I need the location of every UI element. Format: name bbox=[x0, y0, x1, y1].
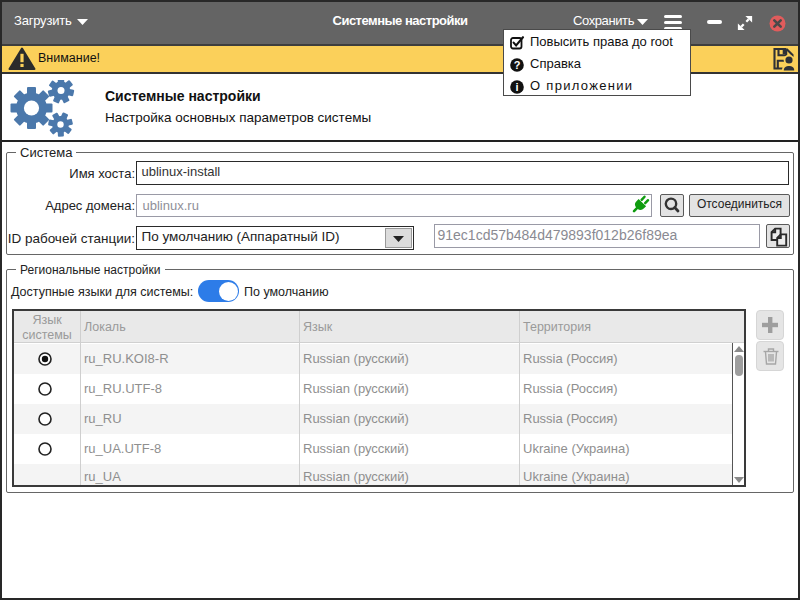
svg-text:?: ? bbox=[514, 59, 521, 71]
svg-text:i: i bbox=[515, 81, 518, 93]
